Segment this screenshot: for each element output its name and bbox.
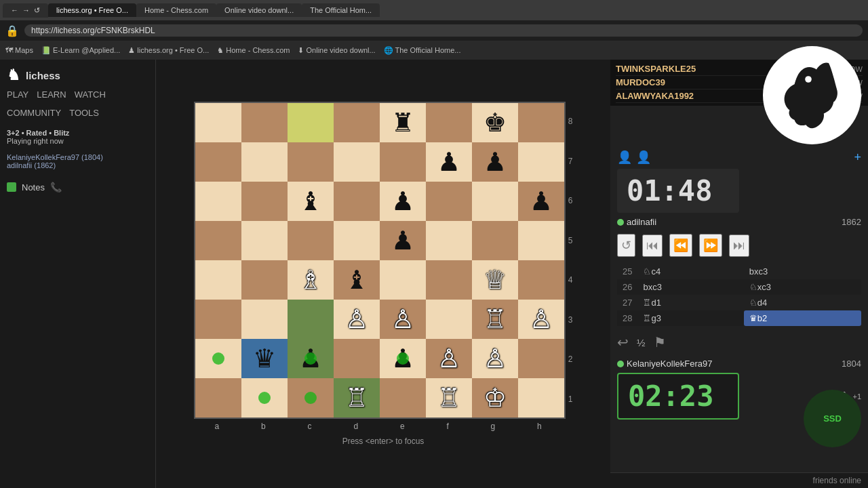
back-icon[interactable]: ← (11, 6, 18, 14)
square-e1[interactable] (380, 378, 426, 418)
square-h1[interactable] (518, 378, 564, 418)
bookmark-chess[interactable]: ♞ Home - Chess.com (217, 46, 290, 55)
refresh-button[interactable]: ↺ (617, 234, 635, 257)
square-g1[interactable]: ♔ (472, 378, 518, 418)
bookmark-maps[interactable]: 🗺 Maps (5, 46, 33, 54)
prev-move-button[interactable]: ⏪ (669, 234, 692, 257)
square-d8[interactable] (334, 103, 380, 142)
square-a4[interactable] (195, 260, 241, 300)
black-move[interactable]: ♘xc3 (744, 279, 861, 295)
square-b8[interactable] (241, 103, 288, 142)
square-b3[interactable] (241, 300, 288, 339)
square-a8[interactable] (195, 103, 241, 142)
nav-watch[interactable]: WATCH (75, 89, 106, 100)
first-move-button[interactable]: ⏮ (642, 235, 663, 257)
tab-download[interactable]: Online video downl... (216, 3, 302, 17)
forward-icon[interactable]: → (22, 6, 30, 14)
white-move[interactable]: ♖d1 (637, 295, 743, 310)
square-g6[interactable] (472, 182, 518, 221)
square-a7[interactable] (195, 142, 241, 182)
square-g8[interactable]: ♚ (472, 103, 518, 142)
white-move[interactable]: ♘c4 (637, 264, 743, 279)
square-c1[interactable] (288, 378, 334, 418)
square-d3[interactable]: ♙ (334, 300, 380, 339)
square-a1[interactable] (195, 378, 241, 418)
square-f1[interactable]: ♖ (426, 378, 472, 418)
black-move[interactable]: ♘d4 (744, 295, 861, 310)
tab-chess[interactable]: Home - Chess.com (136, 3, 216, 17)
square-c5[interactable] (288, 221, 334, 260)
square-g7[interactable]: ♟ (472, 142, 518, 182)
square-c2[interactable]: ♟ (288, 339, 334, 378)
square-h6[interactable]: ♟ (518, 182, 564, 221)
square-d2[interactable] (334, 339, 380, 378)
square-f3[interactable] (426, 300, 472, 339)
square-e3[interactable]: ♙ (380, 300, 426, 339)
square-h4[interactable] (518, 260, 564, 300)
nav-play[interactable]: PLAY (7, 89, 28, 100)
square-f8[interactable] (426, 103, 472, 142)
square-e2[interactable]: ♟ (380, 339, 426, 378)
square-d6[interactable] (334, 182, 380, 221)
square-e4[interactable] (380, 260, 426, 300)
refresh-icon[interactable]: ↺ (34, 6, 40, 15)
square-a6[interactable] (195, 182, 241, 221)
square-g4[interactable]: ♕ (472, 260, 518, 300)
square-d7[interactable] (334, 142, 380, 182)
square-f4[interactable] (426, 260, 472, 300)
draw-button[interactable]: ½ (637, 337, 646, 348)
square-b7[interactable] (241, 142, 288, 182)
bookmark-elearn[interactable]: 📗 E-Learn @Applied... (41, 46, 120, 55)
add-time-button[interactable]: + (854, 150, 861, 165)
square-d1[interactable]: ♖ (334, 378, 380, 418)
next-move-button[interactable]: ⏩ (699, 234, 722, 257)
undo-button[interactable]: ↩ (617, 334, 629, 350)
notes-button[interactable]: Notes (22, 182, 45, 192)
black-move[interactable]: bxc3 (744, 264, 861, 279)
white-move[interactable]: bxc3 (637, 279, 743, 295)
square-c6[interactable]: ♝ (288, 182, 334, 221)
square-h7[interactable] (518, 142, 564, 182)
last-move-button[interactable]: ⏭ (729, 235, 749, 257)
square-a5[interactable] (195, 221, 241, 260)
nav-community[interactable]: COMMUNITY (7, 108, 61, 118)
white-move[interactable]: ♖g3 (637, 310, 743, 326)
bookmark-lichess[interactable]: ♟ lichess.org • Free O... (128, 46, 209, 55)
square-f2[interactable]: ♙ (426, 339, 472, 378)
square-c3[interactable] (288, 300, 334, 339)
square-b4[interactable] (241, 260, 288, 300)
black-move[interactable]: ♛b2 (744, 310, 861, 326)
chess-board-proper[interactable]: ♜♚♟♟♝♟♟♟♗♝♕♙♙♖♙♛♟♟♙♙♖♖♔ (194, 102, 566, 419)
flag-button[interactable]: ⚑ (654, 334, 666, 350)
square-b2[interactable]: ♛ (241, 339, 288, 378)
square-c4[interactable]: ♗ (288, 260, 334, 300)
square-a2[interactable] (195, 339, 241, 378)
tab-official[interactable]: The Official Hom... (302, 3, 380, 17)
square-g3[interactable]: ♖ (472, 300, 518, 339)
square-f5[interactable] (426, 221, 472, 260)
square-e5[interactable]: ♟ (380, 221, 426, 260)
square-e7[interactable] (380, 142, 426, 182)
square-d5[interactable] (334, 221, 380, 260)
bookmark-official[interactable]: 🌐 The Official Home... (384, 46, 461, 55)
square-b1[interactable] (241, 378, 288, 418)
square-h5[interactable] (518, 221, 564, 260)
square-b6[interactable] (241, 182, 288, 221)
square-d4[interactable]: ♝ (334, 260, 380, 300)
url-bar[interactable]: https://lichess.org/cFSNKBrskHDL (24, 24, 863, 37)
square-a3[interactable] (195, 300, 241, 339)
square-f7[interactable]: ♟ (426, 142, 472, 182)
square-c8[interactable] (288, 103, 334, 142)
nav-learn[interactable]: LEARN (37, 89, 66, 100)
bookmark-video[interactable]: ⬇ Online video downl... (298, 46, 375, 55)
square-h2[interactable] (518, 339, 564, 378)
square-c7[interactable] (288, 142, 334, 182)
player1-link[interactable]: KelaniyeKollekFera97 (1804) (7, 153, 149, 161)
square-h3[interactable]: ♙ (518, 300, 564, 339)
square-g2[interactable]: ♙ (472, 339, 518, 378)
active-tab[interactable]: lichess.org • Free O... (48, 3, 136, 17)
player2-link[interactable]: adilnafii (1862) (7, 161, 149, 169)
square-g5[interactable] (472, 221, 518, 260)
square-h8[interactable] (518, 103, 564, 142)
square-f6[interactable] (426, 182, 472, 221)
